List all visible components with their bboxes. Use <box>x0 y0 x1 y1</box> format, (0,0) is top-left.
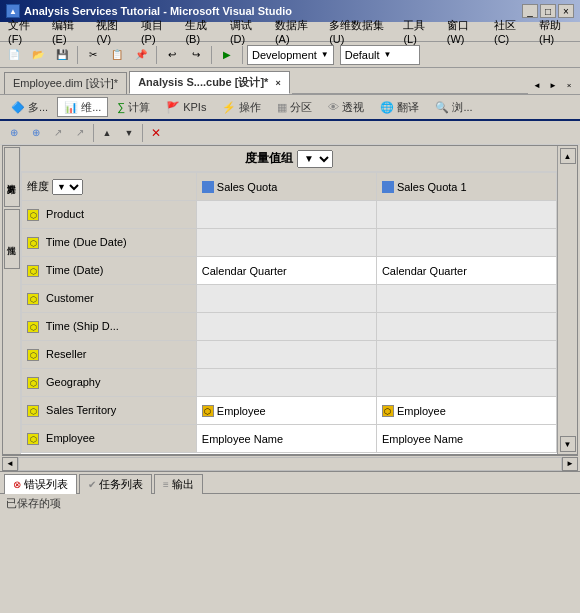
employee-dim-icon: ⬡ <box>27 433 39 445</box>
tab-close-icon[interactable]: × <box>275 78 280 88</box>
customer-sq1-cell[interactable] <box>376 285 556 313</box>
timedate-sq-cell[interactable]: Calendar Quarter <box>196 257 376 285</box>
menu-debug[interactable]: 调试(D) <box>224 17 269 46</box>
btn-actions[interactable]: ⚡ 操作 <box>215 97 268 117</box>
timeship-sq-cell[interactable] <box>196 313 376 341</box>
action-btn-3[interactable]: ↗ <box>48 124 68 142</box>
tab-analysis-cube[interactable]: Analysis S....cube [设计]* × <box>129 71 290 94</box>
open-button[interactable]: 📂 <box>27 45 49 65</box>
bottom-tab-tasks[interactable]: ✔ 任务列表 <box>79 474 152 494</box>
hscroll-right[interactable]: ► <box>562 457 578 471</box>
btn-translations[interactable]: 🌐 翻译 <box>373 97 426 117</box>
bottom-tab-output[interactable]: ≡ 输出 <box>154 474 203 494</box>
toolbar-separator-2 <box>156 46 157 64</box>
time-ship-icon: ⬡ <box>27 321 39 333</box>
output-icon: ≡ <box>163 479 169 490</box>
salesterr-icon: ⬡ <box>27 405 39 417</box>
action-btn-delete[interactable]: ✕ <box>146 124 166 142</box>
status-bar: 已保存的项 <box>0 493 580 513</box>
product-sq-cell[interactable] <box>196 201 376 229</box>
dim-header-dropdown[interactable]: ▼ <box>52 179 83 195</box>
cut-button[interactable]: ✂ <box>82 45 104 65</box>
action-btn-4[interactable]: ↗ <box>70 124 90 142</box>
product-sq1-cell[interactable] <box>376 201 556 229</box>
action-btn-1[interactable]: ⊕ <box>4 124 24 142</box>
btn-browse[interactable]: 🔍 浏... <box>428 97 479 117</box>
btn-dimensions[interactable]: 📊 维... <box>57 97 108 117</box>
menu-window[interactable]: 窗口(W) <box>441 17 488 46</box>
bottom-tabs: ⊗ 错误列表 ✔ 任务列表 ≡ 输出 <box>0 471 580 493</box>
btn-kpis[interactable]: 🚩 KPIs <box>159 97 213 117</box>
timedate-sq1-cell[interactable]: Calendar Quarter <box>376 257 556 285</box>
measure-group-dropdown[interactable]: ▼ <box>297 150 333 168</box>
action-btn-6[interactable]: ▼ <box>119 124 139 142</box>
table-row: ⬡ Geography <box>22 369 557 397</box>
action-btn-5[interactable]: ▲ <box>97 124 117 142</box>
salesterr-sq1-cell[interactable]: ⬡ Employee <box>376 397 556 425</box>
employee-sq-cell[interactable]: Employee Name <box>196 425 376 453</box>
menu-cube[interactable]: 多维数据集(U) <box>323 17 397 46</box>
config-dropdown[interactable]: Development ▼ <box>247 45 334 65</box>
tab-employee-dim[interactable]: Employee.dim [设计]* <box>4 72 127 94</box>
timedue-sq-cell[interactable] <box>196 229 376 257</box>
menu-tools[interactable]: 工具(L) <box>397 17 440 46</box>
menu-community[interactable]: 社区(C) <box>488 17 533 46</box>
tab-scroll-right[interactable]: ► <box>546 78 560 92</box>
copy-button[interactable]: 📋 <box>106 45 128 65</box>
paste-button[interactable]: 📌 <box>130 45 152 65</box>
status-text: 已保存的项 <box>6 496 61 511</box>
action-btn-2[interactable]: ⊕ <box>26 124 46 142</box>
h-scrollbar: ◄ ► <box>2 455 578 471</box>
run-button[interactable]: ▶ <box>216 45 238 65</box>
menu-edit[interactable]: 编辑(E) <box>46 17 90 46</box>
menu-help[interactable]: 帮助(H) <box>533 17 578 46</box>
geo-sq1-cell[interactable] <box>376 369 556 397</box>
tab-close-all[interactable]: × <box>562 78 576 92</box>
bottom-tab-errors[interactable]: ⊗ 错误列表 <box>4 474 77 494</box>
dim-time-date: Time (Date) <box>46 264 104 276</box>
menu-project[interactable]: 项目(P) <box>135 17 179 46</box>
platform-dropdown[interactable]: Default ▼ <box>340 45 420 65</box>
dimension-grid: 维度 ▼ Sales Quota <box>21 172 557 453</box>
btn-more[interactable]: 🔷 多... <box>4 97 55 117</box>
btn-calculations[interactable]: ∑ 计算 <box>110 97 157 117</box>
btn-perspectives[interactable]: 👁 透视 <box>321 97 371 117</box>
employee-sq1-cell[interactable]: Employee Name <box>376 425 556 453</box>
left-panel-btn-2[interactable]: 属性 <box>4 209 20 269</box>
timedue-sq1-cell[interactable] <box>376 229 556 257</box>
undo-button[interactable]: ↩ <box>161 45 183 65</box>
reseller-sq-cell[interactable] <box>196 341 376 369</box>
menu-file[interactable]: 文件(F) <box>2 17 46 46</box>
menu-build[interactable]: 生成(B) <box>179 17 223 46</box>
app-icon: ▲ <box>6 4 20 18</box>
redo-button[interactable]: ↪ <box>185 45 207 65</box>
timeship-sq1-cell[interactable] <box>376 313 556 341</box>
geography-icon: ⬡ <box>27 377 39 389</box>
dim-header-label: 维度 <box>27 179 49 194</box>
tab-scroll-left[interactable]: ◄ <box>530 78 544 92</box>
task-icon: ✔ <box>88 479 96 490</box>
table-row: ⬡ Reseller <box>22 341 557 369</box>
maximize-button[interactable]: □ <box>540 4 556 18</box>
close-button[interactable]: × <box>558 4 574 18</box>
new-button[interactable]: 📄 <box>3 45 25 65</box>
hscroll-left[interactable]: ◄ <box>2 457 18 471</box>
customer-sq-cell[interactable] <box>196 285 376 313</box>
right-scroll-up[interactable]: ▲ <box>560 148 576 164</box>
config-dropdown-arrow: ▼ <box>321 50 329 59</box>
minimize-button[interactable]: _ <box>522 4 538 18</box>
sales-quota-icon <box>202 181 214 193</box>
btn-partitions[interactable]: ▦ 分区 <box>270 97 319 117</box>
save-button[interactable]: 💾 <box>51 45 73 65</box>
reseller-sq1-cell[interactable] <box>376 341 556 369</box>
hscroll-track[interactable] <box>18 457 562 471</box>
table-row: ⬡ Time (Ship D... <box>22 313 557 341</box>
left-panel-btn-1[interactable]: 解决方案 <box>4 147 20 207</box>
salesterr-sq-cell[interactable]: ⬡ Employee <box>196 397 376 425</box>
menu-view[interactable]: 视图(V) <box>90 17 134 46</box>
table-row: ⬡ Customer <box>22 285 557 313</box>
right-scroll-down[interactable]: ▼ <box>560 436 576 452</box>
geo-sq-cell[interactable] <box>196 369 376 397</box>
menu-database[interactable]: 数据库(A) <box>269 17 323 46</box>
window-title: Analysis Services Tutorial - Microsoft V… <box>24 5 292 17</box>
